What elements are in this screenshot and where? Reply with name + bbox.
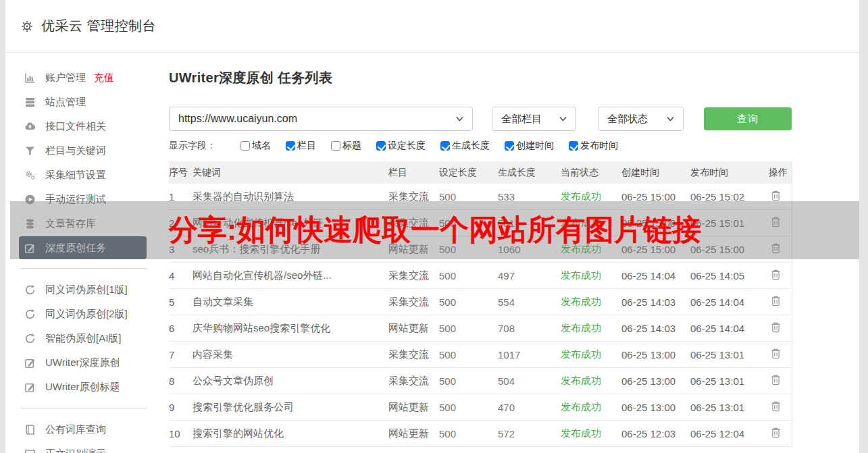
cell-actions	[769, 342, 792, 368]
field-checkbox[interactable]: 域名	[240, 140, 271, 152]
sidebar-item[interactable]: 同义词伪原创[2版]	[5, 302, 169, 326]
cell-published: 06-25 14:05	[690, 263, 769, 289]
table-body: 1采集器的自动识别算法采集交流500533发布成功06-25 15:0006-2…	[169, 184, 792, 447]
column-header: 设定长度	[439, 161, 498, 184]
status-select[interactable]: 全部状态	[598, 107, 684, 131]
recharge-badge[interactable]: 充值	[94, 72, 114, 84]
field-checkbox[interactable]: 发布时间	[569, 140, 618, 152]
cell-set_len: 500	[439, 263, 498, 289]
cell-status: 发布成功	[561, 210, 621, 236]
field-checkbox[interactable]: 栏目	[286, 140, 316, 152]
cell-actions	[769, 394, 792, 421]
trash-icon	[770, 216, 782, 228]
sidebar-item[interactable]: 同义词伪原创[1版]	[5, 277, 169, 302]
table-row: 1采集器的自动识别算法采集交流500533发布成功06-25 15:0006-2…	[169, 184, 792, 210]
sidebar-item[interactable]: 栏目与关键词	[5, 138, 169, 163]
filter-icon	[24, 145, 36, 157]
delete-button[interactable]	[770, 348, 782, 360]
delete-button[interactable]	[770, 295, 782, 307]
cell-column: 网站更新	[388, 315, 439, 342]
delete-button[interactable]	[770, 242, 782, 255]
trash-icon	[770, 295, 782, 307]
checkbox-icon[interactable]	[440, 141, 450, 151]
gear-icon	[20, 20, 34, 33]
sidebar-item[interactable]: 接口文件相关	[5, 114, 169, 138]
cell-keyword: 搜索引擎的网站优化	[193, 421, 388, 447]
cell-gen_len: 497	[498, 263, 561, 289]
table-header-row: 序号关键词栏目设定长度生成长度当前状态创建时间发布时间操作	[169, 161, 792, 184]
checkbox-icon[interactable]	[376, 141, 386, 151]
column-header: 当前状态	[561, 161, 621, 184]
checkbox-icon[interactable]	[569, 141, 578, 151]
sidebar-item-label: 文章暂存库	[45, 217, 96, 230]
site-select[interactable]: https://www.ucaiyun.com	[169, 107, 473, 131]
cell-published: 06-25 15:02	[690, 184, 769, 210]
sidebar-item[interactable]: 账户管理充值	[5, 65, 169, 90]
sidebar-item[interactable]: UWriter深度原创	[5, 350, 169, 375]
search-button[interactable]: 查询	[704, 107, 792, 130]
delete-button[interactable]	[770, 190, 782, 202]
cell-column: 网站更新	[388, 394, 439, 421]
delete-button[interactable]	[770, 321, 782, 334]
cell-created: 06-25 13:00	[621, 368, 690, 394]
trash-icon	[770, 269, 782, 281]
display-fields-label: 显示字段：	[169, 140, 216, 152]
field-checkbox-label: 标题	[342, 140, 361, 152]
trash-icon	[770, 321, 782, 334]
main-content: UWriter深度原创 任务列表 https://www.ucaiyun.com…	[169, 53, 859, 453]
field-checkbox[interactable]: 设定长度	[376, 140, 426, 152]
cell-status: 发布成功	[561, 289, 621, 315]
sidebar-item[interactable]: 深度原创任务	[19, 236, 147, 259]
column-select[interactable]: 全部栏目	[492, 107, 576, 131]
chevron-down-icon	[667, 116, 674, 122]
cell-idx: 6	[169, 315, 193, 342]
delete-button[interactable]	[770, 400, 782, 412]
cell-created: 06-25 15:00	[621, 184, 690, 210]
delete-button[interactable]	[770, 216, 782, 228]
cell-published: 06-25 13:01	[690, 394, 769, 421]
sidebar-item[interactable]: 智能伪原创[AI版]	[5, 326, 169, 350]
delete-button[interactable]	[770, 427, 782, 439]
column-header: 关键词	[193, 161, 388, 184]
table-row: 5自动文章采集采集交流500554发布成功06-25 14:0306-25 14…	[169, 289, 792, 315]
field-checkbox[interactable]: 创建时间	[505, 140, 554, 152]
cell-actions	[769, 236, 792, 263]
table-row: 2网站自动化宣传机器/seo外链...采集交流500501发布成功06-25 1…	[169, 210, 792, 236]
filter-controls: https://www.ucaiyun.com 全部栏目 全部状态 查询	[169, 107, 859, 131]
trash-icon	[770, 427, 782, 439]
cell-status: 发布成功	[561, 368, 621, 394]
sidebar-item[interactable]: UWriter原创标题	[5, 375, 169, 399]
sidebar-item-label: 同义词伪原创[1版]	[45, 284, 128, 296]
delete-button[interactable]	[770, 374, 782, 386]
sidebar-item-label: 采集细节设置	[45, 169, 106, 182]
delete-button[interactable]	[770, 269, 782, 281]
cell-idx: 4	[169, 263, 193, 289]
sidebar-item[interactable]: 公有词库查询	[5, 417, 169, 442]
checkbox-icon[interactable]	[286, 141, 295, 151]
sidebar-item[interactable]: 手动运行测试	[5, 187, 169, 211]
cell-keyword: 网站自动化宣传机器/seo外链...	[193, 263, 388, 289]
sidebar-item[interactable]: 文章暂存库	[5, 211, 169, 236]
table-row: 4网站自动化宣传机器/seo外链...采集交流500497发布成功06-25 1…	[169, 263, 792, 289]
checkbox-icon[interactable]	[240, 141, 250, 151]
sidebar-item[interactable]: 站点管理	[5, 90, 169, 114]
table-row: 7内容采集采集交流5001017发布成功06-25 13:0006-25 13:…	[169, 342, 792, 368]
sidebar-item-label: 接口文件相关	[45, 120, 106, 133]
sidebar-item[interactable]: 采集细节设置	[5, 163, 169, 187]
field-checkbox[interactable]: 生成长度	[440, 140, 490, 152]
checkbox-icon[interactable]	[331, 141, 340, 151]
field-checkbox-label: 设定长度	[388, 140, 426, 152]
cell-set_len: 500	[439, 342, 498, 368]
field-checkbox-label: 栏目	[297, 140, 316, 152]
cell-published: 06-25 13:01	[690, 368, 769, 394]
field-checkbox[interactable]: 标题	[331, 140, 361, 152]
sidebar-item-label: UWriter深度原创	[45, 356, 120, 369]
trash-icon	[770, 400, 782, 412]
cell-column: 采集交流	[388, 342, 439, 368]
column-header: 发布时间	[690, 161, 769, 184]
cell-keyword: 搜索引擎优化服务公司	[193, 394, 388, 421]
checkbox-icon[interactable]	[505, 141, 514, 151]
sidebar-item[interactable]: 正文识别演示	[5, 442, 169, 453]
cell-keyword: seo兵书：搜索引擎优化手册	[193, 236, 388, 263]
cell-set_len: 500	[439, 421, 498, 447]
